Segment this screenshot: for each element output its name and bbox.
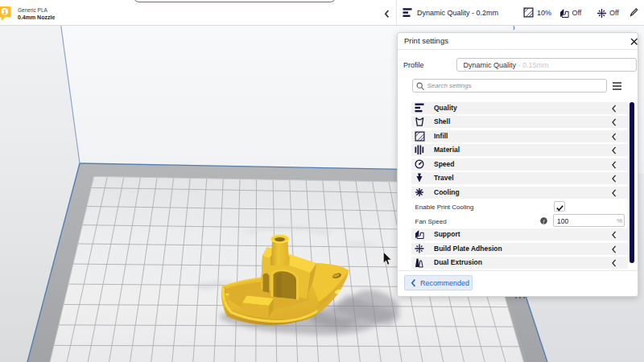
svg-text:1: 1 — [3, 8, 6, 15]
svg-text:ƒ: ƒ — [542, 218, 544, 224]
